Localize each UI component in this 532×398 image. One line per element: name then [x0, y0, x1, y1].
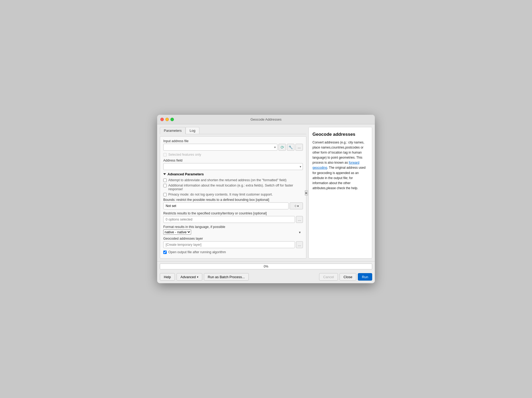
main-content: Parameters Log Input address file [157, 124, 375, 261]
country-label: Restricts results to the specified count… [163, 211, 303, 215]
bounds-cursor-button[interactable]: ⊹ ▾ [290, 202, 303, 209]
left-panel: Parameters Log Input address file [160, 127, 306, 259]
geocoded-ellipsis-button[interactable]: … [296, 241, 303, 248]
country-ellipsis-button[interactable]: … [296, 216, 303, 223]
params-area: Input address file ⟳ 🔧 [160, 136, 306, 259]
address-field-select[interactable] [163, 163, 303, 170]
country-ellipsis-icon: … [298, 218, 301, 222]
geocoded-input[interactable] [163, 241, 295, 248]
progress-bar-text: 0% [160, 264, 372, 269]
advanced-button[interactable]: Advanced ▾ [177, 273, 202, 281]
batch-process-button[interactable]: Run as Batch Process... [204, 273, 249, 281]
open-output-checkbox[interactable] [163, 251, 167, 254]
language-label: Format results in this language, if poss… [163, 225, 303, 229]
open-output-row: Open output file after running algorithm [163, 250, 303, 254]
additional-info-checkbox[interactable] [163, 184, 167, 187]
advanced-params-title: Advanced Parameters [168, 172, 204, 176]
privacy-mode-row: Privacy mode: do not log query contents.… [163, 193, 303, 196]
address-field-group: Address field [163, 159, 303, 170]
country-group: Restricts results to the specified count… [163, 211, 303, 223]
abbreviate-label: Attempt to abbreviate and shorten the re… [168, 178, 286, 182]
country-row: … [163, 216, 303, 223]
abbreviate-row: Attempt to abbreviate and shorten the re… [163, 178, 303, 182]
bounds-input[interactable] [163, 202, 289, 209]
bottom-buttons: Help Advanced ▾ Run as Batch Process... … [157, 272, 375, 283]
ellipsis-file-button[interactable]: … [295, 144, 303, 151]
advanced-params-header[interactable]: Advanced Parameters [163, 172, 303, 176]
tabs: Parameters Log [160, 127, 306, 134]
close-dialog-button[interactable]: Close [340, 273, 356, 281]
address-field-wrapper [163, 163, 303, 170]
collapse-triangle-icon [163, 173, 166, 175]
input-address-row: ⟳ 🔧 … [163, 144, 303, 151]
bounds-dropdown-arrow: ▾ [297, 205, 299, 208]
input-address-select-wrapper [163, 144, 277, 151]
sync-icon: ⟳ [281, 145, 284, 150]
privacy-mode-label: Privacy mode: do not log query contents.… [168, 193, 273, 196]
window-controls [160, 118, 174, 121]
collapse-arrow-icon: ▶ [306, 192, 307, 194]
language-wrapper: native - native [163, 230, 303, 235]
help-panel: Geocode addresses Convert addresses (e.g… [308, 127, 372, 259]
address-field-label: Address field [163, 159, 303, 162]
wrench-button[interactable]: 🔧 [287, 144, 294, 151]
titlebar: Geocode Addresses [157, 115, 375, 124]
bounds-label: Bounds: restrict the possible results to… [163, 198, 303, 202]
ellipsis-icon: … [298, 145, 301, 149]
bounds-group: Bounds: restrict the possible results to… [163, 198, 303, 209]
advanced-dropdown-icon: ▾ [197, 276, 198, 278]
geocoded-layer-label: Geocoded addresses layer [163, 237, 303, 240]
geocoded-row: … [163, 241, 303, 248]
input-address-label: Input address file [163, 139, 303, 143]
sync-layer-button[interactable]: ⟳ [278, 144, 286, 151]
bottom-right-buttons: Cancel Close Run [319, 273, 372, 281]
help-title: Geocode addresses [312, 131, 368, 138]
progress-bar-container: 0% [160, 264, 372, 269]
cancel-button[interactable]: Cancel [319, 273, 338, 281]
tab-parameters[interactable]: Parameters [160, 127, 186, 134]
geocoded-layer-group: Geocoded addresses layer … [163, 237, 303, 248]
maximize-button[interactable] [170, 118, 174, 121]
open-output-label: Open output file after running algorithm [168, 250, 226, 254]
close-button[interactable] [160, 118, 164, 121]
main-window: Geocode Addresses Parameters Log Input a… [157, 115, 375, 283]
window-title: Geocode Addresses [250, 117, 281, 121]
advanced-label: Advanced [181, 275, 196, 279]
wrench-icon: 🔧 [289, 145, 293, 149]
help-button[interactable]: Help [160, 273, 175, 281]
cursor-icon: ⊹ [294, 204, 297, 208]
selected-features-row: Selected features only [163, 153, 303, 156]
help-body: Convert addresses (e.g.: city names, pla… [312, 140, 368, 191]
selected-features-checkbox[interactable] [163, 153, 167, 156]
input-address-group: Input address file ⟳ 🔧 [163, 139, 303, 151]
selected-features-label: Selected features only [168, 153, 201, 156]
bounds-row: ⊹ ▾ [163, 202, 303, 209]
language-group: Format results in this language, if poss… [163, 225, 303, 235]
tab-log[interactable]: Log [186, 127, 199, 134]
additional-info-label: Additional information about the result … [168, 184, 303, 191]
abbreviate-checkbox[interactable] [163, 179, 167, 182]
language-select[interactable]: native - native [163, 230, 191, 235]
geocoded-ellipsis-icon: … [298, 243, 301, 247]
progress-area: 0% [157, 261, 375, 272]
run-button[interactable]: Run [358, 273, 372, 281]
minimize-button[interactable] [165, 118, 169, 121]
country-input[interactable] [163, 216, 295, 223]
privacy-mode-checkbox[interactable] [163, 193, 167, 196]
collapse-panel-button[interactable]: ▶ [305, 190, 308, 196]
input-address-select[interactable] [163, 144, 277, 151]
additional-info-row: Additional information about the result … [163, 184, 303, 191]
